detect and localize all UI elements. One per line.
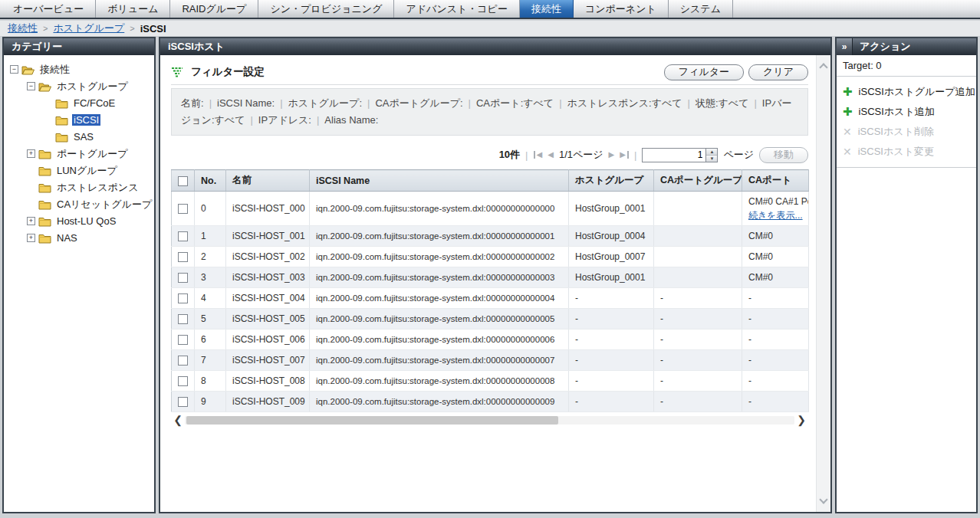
collapse-toggle-icon[interactable]: −: [27, 82, 35, 90]
tree-item-lun-[interactable]: LUNグループ: [4, 163, 154, 178]
tree-item-label: FC/FCoE: [72, 97, 117, 109]
collapse-panel-button[interactable]: »: [837, 38, 853, 55]
record-count: 10件: [499, 148, 520, 162]
cell-name: iSCSI-HOST_008: [226, 371, 310, 392]
cell-no: 1: [195, 226, 226, 247]
criteria-item: CAポートグループ:: [375, 97, 462, 109]
action-iscsi-[interactable]: ✚iSCSIホスト追加: [837, 102, 976, 122]
row-checkbox[interactable]: [178, 231, 188, 241]
tab-7[interactable]: コンポーネント: [574, 0, 669, 18]
tree-item-iscsi[interactable]: iSCSI: [4, 113, 154, 127]
tree-item--[interactable]: +ポートグループ: [4, 146, 154, 161]
cell-ca-port: CM#0: [742, 226, 809, 247]
last-page-icon[interactable]: ▶: [620, 151, 629, 159]
pagination-separator: |: [525, 149, 528, 161]
row-select-cell: [172, 309, 195, 329]
closed-folder-icon: [38, 216, 51, 227]
scroll-down-icon[interactable]: [819, 495, 827, 503]
row-checkbox[interactable]: [178, 204, 188, 214]
row-select-cell: [172, 329, 195, 350]
tree-item-ca-[interactable]: CAリセットグループ: [4, 197, 154, 211]
tree-item-nas[interactable]: +NAS: [4, 231, 154, 245]
collapse-toggle-icon[interactable]: −: [10, 65, 18, 74]
table-row: 7iSCSI-HOST_007iqn.2000-09.com.fujitsu:s…: [172, 350, 809, 371]
tree-item-sas[interactable]: SAS: [4, 130, 154, 144]
row-checkbox[interactable]: [178, 252, 188, 262]
tab-1[interactable]: オーバービュー: [2, 0, 96, 18]
criteria-separator: |: [688, 97, 690, 109]
stepper-down-icon[interactable]: ▼: [706, 156, 717, 162]
tree-item-label: CAリセットグループ: [55, 198, 153, 211]
breadcrumb-item-1[interactable]: 接続性: [8, 21, 38, 35]
cell-name: iSCSI-HOST_004: [226, 288, 310, 309]
prev-page-icon[interactable]: ◀: [548, 151, 554, 159]
cell-iscsi-name: iqn.2000-09.com.fujitsu:storage-system.d…: [310, 267, 569, 288]
select-all-header: [172, 170, 195, 192]
expand-toggle-icon[interactable]: +: [27, 234, 35, 242]
select-all-checkbox[interactable]: [178, 176, 188, 186]
row-select-cell: [172, 226, 195, 247]
tab-5[interactable]: アドバンスト・コピー: [394, 0, 519, 18]
action-item-label: iSCSIホストグループ追加: [859, 85, 975, 99]
scroll-right-icon[interactable]: ❯: [794, 414, 808, 427]
table-row: 9iSCSI-HOST_009iqn.2000-09.com.fujitsu:s…: [172, 392, 809, 412]
breadcrumb-item-2[interactable]: ホストグループ: [53, 21, 124, 35]
first-page-icon[interactable]: ◀: [534, 151, 543, 159]
tab-4[interactable]: シン・プロビジョニング: [258, 0, 394, 18]
tab-3[interactable]: RAIDグループ: [170, 0, 258, 18]
row-checkbox[interactable]: [178, 376, 188, 386]
tree-item--[interactable]: −接続性: [4, 62, 154, 77]
tree-item-label: SAS: [72, 131, 95, 143]
criteria-separator: |: [559, 97, 561, 109]
criteria-item: 状態:すべて: [696, 97, 749, 109]
filter-button[interactable]: フィルター: [664, 64, 744, 80]
tree-item--[interactable]: −ホストグループ: [4, 79, 154, 93]
expand-toggle-icon[interactable]: +: [27, 149, 35, 158]
clear-button[interactable]: クリア: [748, 64, 808, 80]
cell-name: iSCSI-HOST_000: [226, 192, 310, 226]
stepper-up-icon[interactable]: ▲: [706, 149, 717, 156]
horizontal-scroll-track[interactable]: [185, 416, 794, 425]
tab-2[interactable]: ボリューム: [96, 0, 170, 18]
tree-item-host-lu-qos[interactable]: +Host-LU QoS: [4, 214, 154, 228]
action-iscsi-[interactable]: ✚iSCSIホストグループ追加: [837, 82, 976, 102]
cell-host-group: HostGroup_0004: [569, 226, 654, 247]
row-checkbox[interactable]: [178, 273, 188, 283]
action-panel-header: » アクション: [837, 38, 976, 55]
row-checkbox[interactable]: [178, 397, 188, 407]
scroll-up-icon[interactable]: [819, 63, 827, 71]
page-number-input[interactable]: [642, 148, 706, 162]
cell-host-group: -: [569, 329, 654, 350]
criteria-separator: |: [209, 97, 212, 109]
row-checkbox[interactable]: [178, 356, 188, 366]
page-number-stepper[interactable]: ▲ ▼: [706, 148, 718, 162]
go-button[interactable]: 移動: [759, 147, 808, 163]
cell-iscsi-name: iqn.2000-09.com.fujitsu:storage-system.d…: [310, 371, 569, 392]
action-iscsi-: ✕iSCSIホスト削除: [837, 122, 976, 142]
tree-item--[interactable]: ホストレスポンス: [4, 180, 154, 195]
horizontal-scrollbar[interactable]: ❮ ❯: [171, 414, 808, 427]
cell-ca-port-group: -: [654, 392, 742, 412]
scroll-left-icon[interactable]: ❮: [171, 414, 185, 427]
tab-8[interactable]: システム: [669, 0, 733, 18]
tree-item-fc-fcoe[interactable]: FC/FCoE: [4, 96, 154, 110]
cell-ca-port: -: [742, 371, 809, 392]
row-checkbox[interactable]: [178, 335, 188, 345]
cell-no: 7: [195, 350, 226, 371]
show-more-link[interactable]: 続きを表示...: [748, 210, 803, 221]
expand-toggle-icon[interactable]: +: [27, 217, 35, 225]
open-folder-icon: [38, 81, 51, 92]
criteria-item: ホストレスポンス:すべて: [567, 97, 682, 109]
row-checkbox[interactable]: [178, 293, 188, 303]
horizontal-scroll-thumb[interactable]: [186, 416, 558, 425]
open-folder-icon: [21, 64, 35, 75]
col-header-host-group: ホストグループ: [569, 170, 654, 192]
tab-6[interactable]: 接続性: [520, 0, 574, 18]
row-checkbox[interactable]: [178, 314, 188, 324]
criteria-separator: |: [469, 97, 471, 109]
cell-host-group: -: [569, 392, 654, 412]
next-page-icon[interactable]: ▶: [609, 151, 615, 159]
row-select-cell: [172, 267, 195, 288]
vertical-scrollbar[interactable]: [816, 55, 830, 512]
cell-ca-port: -: [742, 350, 809, 371]
